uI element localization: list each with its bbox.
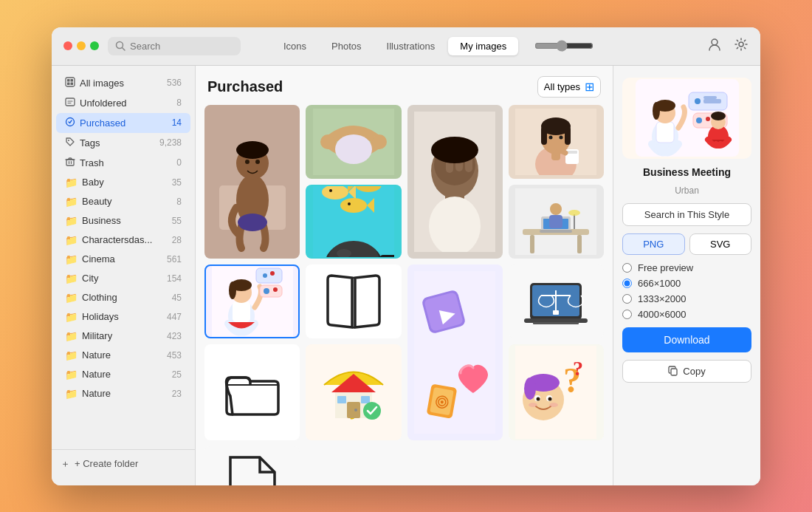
download-button[interactable]: Download bbox=[622, 327, 751, 352]
svg-point-82 bbox=[229, 281, 236, 299]
svg-format-button[interactable]: SVG bbox=[689, 233, 752, 255]
sidebar-label-cinema: Cinema bbox=[82, 253, 162, 264]
svg-rect-9 bbox=[66, 98, 75, 106]
svg-rect-152 bbox=[671, 369, 677, 375]
copy-button[interactable]: Copy bbox=[622, 360, 751, 383]
account-button[interactable] bbox=[707, 37, 722, 55]
size-option-1333[interactable]: 1333×2000 bbox=[622, 293, 751, 304]
svg-rect-76 bbox=[549, 215, 562, 228]
size-radio-free[interactable] bbox=[622, 263, 632, 273]
sidebar-label-tags: Tags bbox=[80, 137, 155, 149]
sidebar-item-characters[interactable]: 📁 Charactersdas... 28 bbox=[56, 231, 190, 250]
svg-point-27 bbox=[320, 134, 335, 149]
folder-icon-military: 📁 bbox=[65, 330, 78, 342]
create-folder-button[interactable]: ＋ + Create folder bbox=[61, 457, 138, 471]
sidebar-item-unfoldered[interactable]: Unfoldered 8 bbox=[56, 93, 190, 113]
purchased-icon bbox=[65, 117, 75, 129]
sidebar-item-business[interactable]: 📁 Business 55 bbox=[56, 211, 190, 231]
sidebar-count-characters: 28 bbox=[172, 235, 182, 245]
tab-illustrations[interactable]: Illustrations bbox=[375, 37, 447, 55]
size-slider[interactable] bbox=[534, 40, 593, 52]
sidebar-item-clothing[interactable]: 📁 Clothing 45 bbox=[56, 288, 190, 307]
svg-point-115 bbox=[354, 409, 357, 412]
svg-point-53 bbox=[322, 185, 348, 199]
svg-point-151 bbox=[711, 112, 726, 120]
traffic-lights bbox=[63, 41, 99, 50]
sidebar-count-trash: 0 bbox=[176, 157, 182, 168]
size-option-666[interactable]: 666×1000 bbox=[622, 278, 751, 289]
sidebar-item-holidays[interactable]: 📁 Holidays 447 bbox=[56, 307, 190, 327]
sidebar-item-trash[interactable]: Trash 0 bbox=[56, 153, 190, 173]
size-radio-1333[interactable] bbox=[622, 294, 632, 304]
grid-item-desk[interactable] bbox=[509, 185, 604, 259]
folder-icon-clothing: 📁 bbox=[65, 292, 78, 304]
svg-rect-79 bbox=[233, 301, 250, 322]
center-panel: Purchased All types ⊞ bbox=[196, 66, 613, 485]
sidebar-item-beauty[interactable]: 📁 Beauty 8 bbox=[56, 192, 190, 211]
grid-item-folder[interactable] bbox=[204, 344, 300, 440]
tab-my-images[interactable]: My images bbox=[448, 37, 518, 55]
search-style-button[interactable]: Search in This Style bbox=[622, 203, 751, 226]
svg-point-49 bbox=[560, 135, 563, 139]
minimize-button[interactable] bbox=[77, 41, 86, 50]
asset-title: Business Meeting bbox=[622, 166, 751, 178]
maximize-button[interactable] bbox=[90, 41, 99, 50]
svg-rect-117 bbox=[361, 396, 370, 403]
size-option-4000[interactable]: 4000×6000 bbox=[622, 309, 751, 320]
svg-rect-64 bbox=[379, 255, 394, 259]
svg-rect-107 bbox=[553, 310, 559, 315]
sidebar: All images 536 Unfoldered 8 Purchased 14 bbox=[52, 66, 196, 485]
sidebar-item-military[interactable]: 📁 Military 423 bbox=[56, 327, 190, 346]
close-button[interactable] bbox=[63, 41, 72, 50]
svg-point-55 bbox=[329, 189, 332, 192]
sidebar-item-all-images[interactable]: All images 536 bbox=[56, 73, 190, 93]
grid-item-house[interactable] bbox=[306, 344, 401, 440]
svg-point-13 bbox=[68, 140, 69, 141]
tags-icon bbox=[65, 137, 75, 149]
titlebar: Icons Photos Illustrations My images bbox=[52, 27, 760, 66]
svg-rect-116 bbox=[337, 396, 346, 403]
sidebar-item-purchased[interactable]: Purchased 14 bbox=[56, 113, 190, 133]
size-option-free[interactable]: Free preview bbox=[622, 262, 751, 273]
grid-item-book[interactable] bbox=[306, 264, 401, 338]
folder-icon-baby: 📁 bbox=[65, 177, 78, 188]
folder-icon-nature3: 📁 bbox=[65, 388, 78, 400]
format-buttons: PNG SVG bbox=[622, 233, 751, 255]
sidebar-footer: ＋ + Create folder bbox=[52, 449, 195, 478]
search-input[interactable] bbox=[130, 41, 233, 52]
png-format-button[interactable]: PNG bbox=[622, 233, 685, 255]
titlebar-icons bbox=[707, 37, 749, 55]
grid-item-3d-objects[interactable] bbox=[407, 264, 503, 440]
sidebar-item-nature2[interactable]: 📁 Nature 25 bbox=[56, 365, 190, 384]
sidebar-item-cinema[interactable]: 📁 Cinema 561 bbox=[56, 250, 190, 269]
sidebar-item-nature3[interactable]: 📁 Nature 23 bbox=[56, 384, 190, 403]
sidebar-item-city[interactable]: 📁 City 154 bbox=[56, 269, 190, 288]
grid-item-business-meeting[interactable] bbox=[204, 264, 300, 338]
sidebar-label-nature3: Nature bbox=[82, 388, 168, 399]
grid-item-face-cover[interactable] bbox=[407, 105, 503, 259]
grid-item-document[interactable] bbox=[204, 446, 300, 485]
search-bar[interactable] bbox=[108, 37, 241, 55]
grid-item-question[interactable]: ? ? bbox=[509, 344, 604, 440]
size-radio-666[interactable] bbox=[622, 279, 632, 288]
grid-item-hands[interactable] bbox=[306, 105, 401, 179]
svg-rect-84 bbox=[260, 285, 282, 297]
size-radio-4000[interactable] bbox=[622, 310, 632, 319]
sidebar-item-tags[interactable]: Tags 9,238 bbox=[56, 133, 190, 153]
sidebar-count-purchased: 14 bbox=[172, 117, 182, 128]
create-folder-plus-icon: ＋ bbox=[61, 457, 70, 471]
grid-item-scale[interactable] bbox=[509, 264, 604, 338]
sidebar-item-nature1[interactable]: 📁 Nature 453 bbox=[56, 346, 190, 365]
sidebar-item-baby[interactable]: 📁 Baby 35 bbox=[56, 173, 190, 192]
grid-item-woman-cup[interactable] bbox=[509, 105, 604, 179]
svg-point-59 bbox=[340, 198, 367, 213]
tab-photos[interactable]: Photos bbox=[320, 37, 373, 55]
settings-button[interactable] bbox=[734, 37, 749, 55]
filter-dropdown[interactable]: All types ⊞ bbox=[537, 76, 601, 98]
folder-icon-nature2: 📁 bbox=[65, 369, 78, 380]
grid-item-cyan-pan[interactable] bbox=[306, 185, 401, 259]
tab-icons[interactable]: Icons bbox=[272, 37, 318, 55]
svg-point-128 bbox=[548, 397, 552, 400]
grid-item-man-sitting[interactable] bbox=[204, 105, 300, 259]
preview-image bbox=[622, 78, 751, 159]
